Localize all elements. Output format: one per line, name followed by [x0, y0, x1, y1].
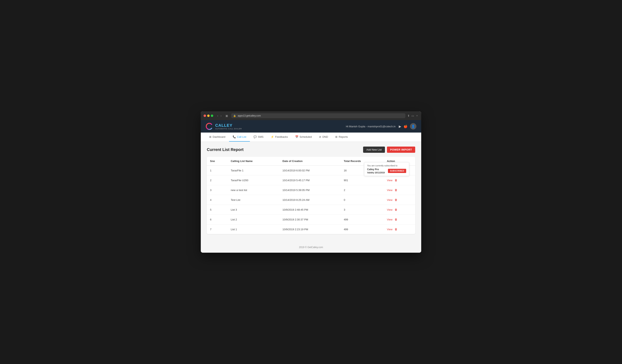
- cell-sno: 1: [207, 165, 227, 175]
- sidebar-toggle[interactable]: ▭: [411, 114, 414, 118]
- delete-button[interactable]: 🗑: [394, 218, 398, 221]
- cell-sno: 6: [207, 215, 227, 224]
- cell-action: View 🗑: [384, 205, 415, 215]
- back-button[interactable]: ‹: [216, 114, 219, 118]
- logo-subtitle: AUTOMATIC CALL DIALER: [215, 128, 242, 130]
- minimize-traffic-light[interactable]: [207, 114, 210, 117]
- forward-button[interactable]: ›: [220, 114, 222, 118]
- cell-name: TarasFile U293: [227, 175, 279, 185]
- view-link[interactable]: View: [387, 189, 392, 192]
- sub-validity-date: 10/11/2019: [375, 172, 385, 174]
- cell-sno: 5: [207, 205, 227, 215]
- delete-button[interactable]: 🗑: [394, 227, 398, 231]
- scheduled-icon: 📅: [295, 135, 298, 138]
- nav-label-sms: SMS: [258, 135, 264, 138]
- col-name: Calling List Name: [227, 157, 279, 165]
- cell-date: 10/9/2019 2:30:37 PM: [279, 215, 341, 224]
- nav-label-calllist: Call List: [237, 135, 246, 138]
- table-row: 5 List 3 10/9/2019 2:48:45 PM 3 View 🗑: [207, 205, 415, 215]
- sub-banner-header: You are currently subscribed to: [367, 164, 406, 167]
- apple-icon[interactable]: 🍎: [404, 125, 408, 128]
- cell-name: Test List: [227, 195, 279, 205]
- cell-action: View 🗑: [384, 224, 415, 234]
- sms-icon: 💬: [253, 135, 257, 138]
- delete-button[interactable]: 🗑: [394, 208, 398, 212]
- cell-date: 10/9/2019 2:23:19 PM: [279, 224, 341, 234]
- delete-button[interactable]: 🗑: [394, 188, 398, 192]
- nav-label-reports: Reports: [339, 135, 348, 138]
- view-link[interactable]: View: [387, 199, 392, 201]
- logo-icon: [206, 123, 213, 130]
- cell-action: View 🗑: [384, 215, 415, 224]
- cell-records: 2: [340, 185, 384, 195]
- cell-sno: 7: [207, 224, 227, 234]
- main-content: Current List Report Add New List POWER I…: [201, 142, 421, 242]
- lock-icon: 🔒: [233, 114, 236, 117]
- delete-button[interactable]: 🗑: [394, 198, 398, 202]
- action-buttons: Add New List POWER IMPORT: [363, 146, 415, 153]
- cell-records: 499: [340, 215, 384, 224]
- calllist-icon: 📞: [233, 135, 236, 138]
- content-header: Current List Report Add New List POWER I…: [207, 146, 415, 153]
- logo-title: CALLEY: [215, 123, 242, 128]
- avatar[interactable]: 👤: [410, 123, 416, 129]
- footer: 2019 © GetCalley.com: [201, 242, 421, 253]
- new-tab-button[interactable]: ＋: [416, 114, 418, 118]
- nav-item-dashboard[interactable]: ⊞ Dashboard: [206, 132, 229, 142]
- address-bar[interactable]: 🔒 appv13.getcalley.com: [231, 113, 405, 118]
- nav-item-calllist[interactable]: 📞 Call List: [229, 132, 250, 142]
- subscription-banner: You are currently subscribed to Calley P…: [364, 162, 409, 176]
- table-row: 3 new ui test list 10/14/2019 5:39:05 PM…: [207, 185, 415, 195]
- view-link[interactable]: View: [387, 208, 392, 211]
- col-date: Date of Creation: [279, 157, 341, 165]
- cell-date: 10/14/2019 5:39:05 PM: [279, 185, 341, 195]
- reports-icon: ⊞: [335, 135, 337, 138]
- view-link[interactable]: View: [387, 228, 392, 231]
- view-link[interactable]: View: [387, 218, 392, 221]
- share-button[interactable]: ⬆: [408, 114, 410, 118]
- cell-name: List 1: [227, 224, 279, 234]
- table-row: 6 List 2 10/9/2019 2:30:37 PM 499 View 🗑: [207, 215, 415, 224]
- cell-date: 10/14/2019 5:45:17 PM: [279, 175, 341, 185]
- col-sno: Sno: [207, 157, 227, 165]
- nav-label-dashboard: Dashboard: [213, 135, 225, 138]
- cell-name: List 3: [227, 205, 279, 215]
- cell-action: View 🗑: [384, 185, 415, 195]
- sub-validity: Validity 10/11/2019: [367, 172, 385, 174]
- cell-name: new ui test list: [227, 185, 279, 195]
- nav-item-reports[interactable]: ⊞ Reports: [332, 132, 351, 142]
- cell-records: 901: [340, 175, 384, 185]
- cell-sno: 2: [207, 175, 227, 185]
- view-link[interactable]: View: [387, 179, 392, 182]
- table-row: 7 List 1 10/9/2019 2:23:19 PM 499 View 🗑: [207, 224, 415, 234]
- dnd-icon: ⊘: [319, 135, 321, 138]
- table-row: 4 Test List 10/14/2019 8:25:24 AM 0 View…: [207, 195, 415, 205]
- header-right: Hi Manish Gupta - manishpro01@cstech.in …: [346, 123, 416, 129]
- cell-action: View 🗑: [384, 195, 415, 205]
- cell-sno: 3: [207, 185, 227, 195]
- subscribed-button[interactable]: SUBSCRIBED: [388, 169, 406, 173]
- tab-bar-button[interactable]: ▣: [224, 114, 229, 118]
- cell-action: View 🗑: [384, 175, 415, 185]
- nav-label-dnd: DND: [322, 135, 328, 138]
- add-new-list-button[interactable]: Add New List: [363, 146, 385, 153]
- close-traffic-light[interactable]: [204, 114, 206, 117]
- logo-area: CALLEY AUTOMATIC CALL DIALER: [206, 123, 242, 130]
- page-title: Current List Report: [207, 147, 243, 152]
- feedbacks-icon: ⚡: [271, 135, 274, 138]
- nav-item-scheduled[interactable]: 📅 Scheduled: [292, 132, 315, 142]
- fullscreen-traffic-light[interactable]: [211, 114, 213, 117]
- nav-item-sms[interactable]: 💬 SMS: [250, 132, 267, 142]
- delete-button[interactable]: 🗑: [394, 178, 398, 182]
- cell-date: 10/14/2019 6:00:02 PM: [279, 165, 341, 175]
- power-import-button[interactable]: POWER IMPORT: [387, 146, 415, 153]
- cell-sno: 4: [207, 195, 227, 205]
- play-icon[interactable]: ▶: [399, 125, 401, 128]
- cell-name: List 2: [227, 215, 279, 224]
- footer-text: 2019 © GetCalley.com: [299, 246, 323, 249]
- cell-records: 3: [340, 205, 384, 215]
- nav-item-feedbacks[interactable]: ⚡ Feedbacks: [267, 132, 292, 142]
- nav-item-dnd[interactable]: ⊘ DND: [315, 132, 332, 142]
- sub-plan: Calley Pro: [367, 168, 385, 171]
- traffic-lights: [204, 114, 213, 117]
